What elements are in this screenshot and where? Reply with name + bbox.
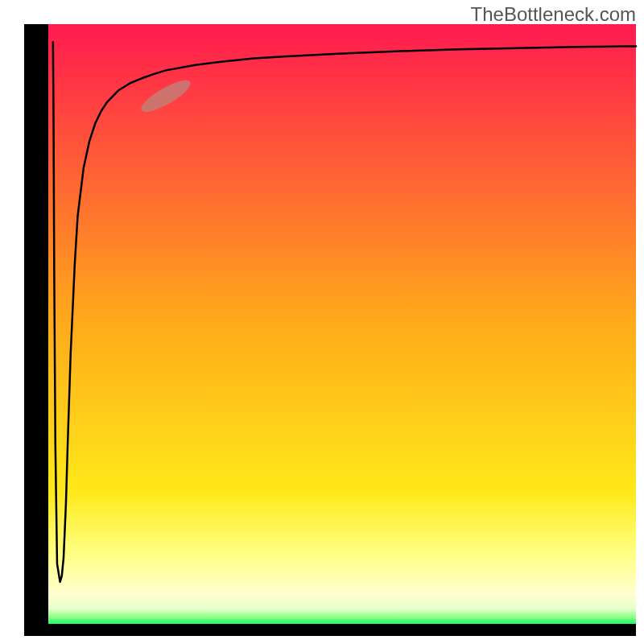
chart-svg [0,0,644,644]
y-axis-bar [24,24,48,636]
watermark-label: TheBottleneck.com [471,3,636,26]
x-axis-bar [24,624,636,636]
plot-background [48,24,636,624]
chart-container: TheBottleneck.com [0,0,644,644]
